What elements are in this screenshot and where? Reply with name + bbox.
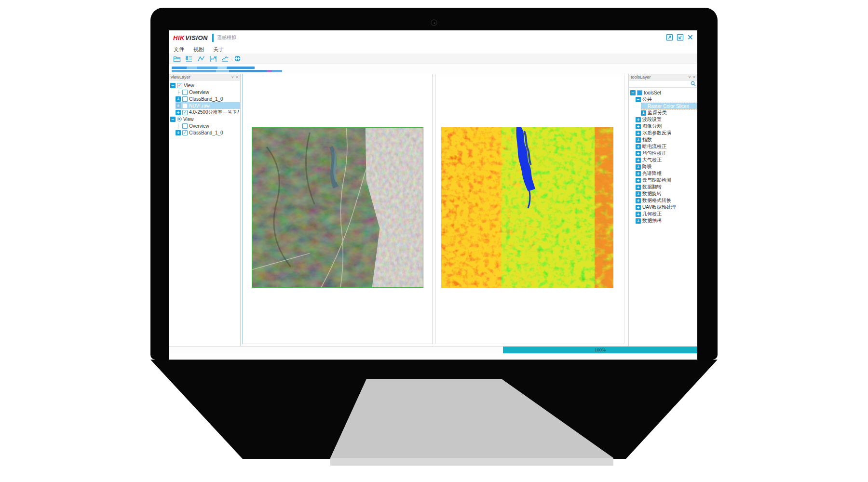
expander-icon[interactable]	[636, 97, 641, 102]
tools-search-input[interactable]	[630, 81, 691, 87]
tool-tree-row[interactable]: 数据格式转换	[636, 197, 697, 204]
expander-icon[interactable]	[176, 103, 181, 108]
tool-tree-row[interactable]: 公共	[636, 96, 697, 103]
expander-icon[interactable]	[636, 124, 641, 129]
spectrum-curve-icon[interactable]	[209, 54, 217, 63]
polyline-icon[interactable]	[197, 54, 205, 63]
expander-icon[interactable]	[170, 83, 176, 88]
expander-icon[interactable]	[176, 110, 181, 115]
tool-tree-row[interactable]: UAV数据预处理	[636, 204, 697, 211]
tool-label: 数据格式转换	[642, 197, 671, 204]
expander-icon[interactable]	[636, 144, 641, 149]
expander-icon[interactable]	[176, 96, 181, 102]
expander-icon[interactable]	[176, 130, 181, 135]
tool-tree-row[interactable]: Raster Color Slices	[641, 103, 697, 109]
tool-tree-row[interactable]: 监督分类	[641, 109, 697, 116]
layer-tree-row[interactable]: ClassBand_1_0	[176, 95, 240, 102]
expander-icon[interactable]	[636, 198, 641, 203]
tool-tree-row[interactable]: 云与阴影检测	[636, 177, 697, 184]
expander-icon[interactable]	[636, 212, 641, 217]
layer-label: View	[184, 83, 194, 88]
collapse-panel-icon[interactable]: ˅	[231, 75, 233, 80]
search-icon[interactable]	[691, 80, 696, 88]
expander-icon[interactable]	[636, 151, 641, 156]
expander-icon[interactable]	[636, 185, 641, 190]
expander-icon[interactable]	[630, 90, 636, 95]
collapse-panel-icon[interactable]: ˅	[688, 75, 691, 80]
tool-label: 数据抽稀	[642, 217, 662, 224]
expander-icon[interactable]	[636, 137, 641, 143]
layer-list-icon[interactable]	[185, 54, 193, 63]
visibility-checkbox[interactable]	[182, 96, 188, 102]
layer-label: ClassBand_1_0	[189, 96, 223, 102]
expander-icon[interactable]	[636, 131, 641, 136]
layer-tree-row[interactable]: View	[170, 116, 240, 122]
band-wave-icon[interactable]	[221, 54, 230, 63]
close-panel-icon[interactable]: ×	[693, 75, 695, 80]
title-bar: HIK VISION 遥感模拟 ✕	[169, 30, 697, 45]
tool-label: 均匀性校正	[642, 150, 666, 157]
visibility-checkbox[interactable]	[182, 110, 188, 115]
tool-label: 水质参数反演	[642, 130, 671, 136]
expander-icon[interactable]	[176, 90, 181, 95]
tool-tree-row[interactable]: 数据旋转	[636, 190, 697, 197]
node-type-icon	[637, 90, 642, 95]
layer-tree-row[interactable]: Overview	[176, 89, 240, 95]
expander-icon[interactable]	[170, 117, 176, 122]
menu-item[interactable]: 关于	[213, 46, 224, 53]
restore-window-icon[interactable]	[666, 34, 673, 41]
visibility-checkbox[interactable]	[182, 130, 188, 135]
satellite-image[interactable]	[252, 127, 423, 288]
tool-tree-row[interactable]: 波段设置	[636, 116, 697, 123]
tool-tree-row[interactable]: toolsSet	[630, 89, 697, 96]
maximize-window-icon[interactable]	[677, 34, 684, 41]
map-view-right[interactable]	[435, 74, 624, 344]
visibility-checkbox[interactable]	[182, 103, 188, 108]
close-window-icon[interactable]: ✕	[687, 34, 693, 41]
expander-icon[interactable]	[641, 110, 646, 116]
layer-label: Overview	[189, 123, 209, 129]
expander-icon[interactable]	[176, 123, 181, 129]
tool-tree-row[interactable]: 大气校正	[636, 157, 697, 163]
expander-icon[interactable]	[636, 158, 641, 163]
expander-icon[interactable]	[636, 117, 641, 122]
tool-tree-row[interactable]: 数据翻转	[636, 184, 697, 190]
classification-image[interactable]	[441, 127, 613, 288]
tool-tree-row[interactable]: 图像分割	[636, 123, 697, 130]
monitor-stand	[150, 360, 718, 470]
tool-tree-row[interactable]: 均匀性校正	[636, 150, 697, 157]
layer-tree-row[interactable]: View	[170, 82, 240, 89]
expander-icon[interactable]	[636, 205, 641, 210]
tool-tree-row[interactable]: 数据抽稀	[636, 217, 697, 224]
menu-bar: 文件视图关于	[169, 45, 697, 54]
expander-icon[interactable]	[636, 178, 641, 183]
menu-item[interactable]: 视图	[193, 46, 204, 53]
tool-tree-row[interactable]: 指数	[636, 136, 697, 143]
layer-tree-row[interactable]: 4.0-2500分辨率一号卫星数据.img	[176, 109, 240, 116]
layer-tree-row[interactable]: Overview	[176, 122, 240, 129]
status-bar: 100%	[169, 346, 697, 353]
menu-item[interactable]: 文件	[174, 46, 184, 53]
visibility-checkbox[interactable]	[182, 123, 188, 129]
brand-vision: VISION	[185, 34, 208, 41]
visibility-checkbox[interactable]	[177, 83, 182, 88]
tool-tree-row[interactable]: 暗电流校正	[636, 143, 697, 150]
tool-label: 降噪	[642, 163, 652, 170]
layer-tree-row[interactable]: NDVI.raw	[176, 102, 240, 109]
tool-tree-row[interactable]: 水质参数反演	[636, 130, 697, 136]
globe-icon[interactable]	[233, 54, 242, 63]
expander-icon[interactable]	[636, 164, 641, 170]
tool-tree-row[interactable]: 降噪	[636, 163, 697, 170]
expander-icon[interactable]	[636, 191, 641, 197]
map-view-left[interactable]	[242, 74, 433, 344]
tool-tree-row[interactable]: 几何校正	[636, 211, 697, 217]
expander-icon[interactable]	[636, 218, 641, 224]
expander-icon[interactable]	[636, 171, 641, 176]
close-panel-icon[interactable]: ×	[236, 75, 238, 80]
tool-tree-row[interactable]: 光谱降维	[636, 170, 697, 177]
open-file-icon[interactable]	[173, 54, 181, 63]
tool-label: 监督分类	[648, 109, 667, 116]
visibility-checkbox[interactable]	[182, 90, 188, 95]
node-type-icon	[177, 117, 182, 121]
layer-tree-row[interactable]: ClassBand_1_0	[176, 129, 240, 136]
